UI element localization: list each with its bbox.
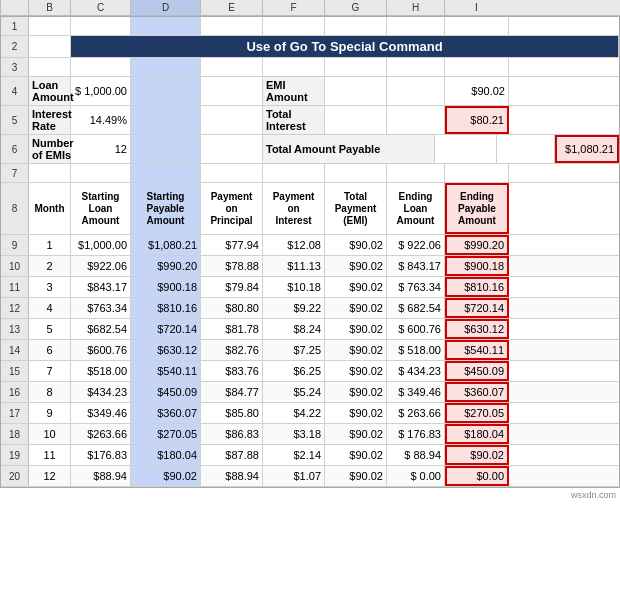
- cell-e5: [201, 106, 263, 134]
- cell-b7: [29, 164, 71, 182]
- cell-sla-4: $763.34: [71, 298, 131, 318]
- cell-sla-2: $922.06: [71, 256, 131, 276]
- cell-ela-4: $ 682.54: [387, 298, 445, 318]
- hdr-sla: Starting Loan Amount: [71, 183, 131, 234]
- row-num-16: 16: [1, 382, 29, 402]
- row-16: 16 8 $434.23 $450.09 $84.77 $5.24 $90.02…: [1, 382, 619, 403]
- cell-c1: [71, 17, 131, 35]
- row-num-6: 6: [1, 135, 29, 163]
- cell-poi-10: $3.18: [263, 424, 325, 444]
- num-emis-value: 12: [71, 135, 131, 163]
- cell-ela-6: $ 518.00: [387, 340, 445, 360]
- row-8: 8 Month Starting Loan Amount Starting Pa…: [1, 183, 619, 235]
- cell-poi-11: $2.14: [263, 445, 325, 465]
- cell-d4: [131, 77, 201, 105]
- cell-spa-5: $720.14: [131, 319, 201, 339]
- cell-spa-8: $450.09: [131, 382, 201, 402]
- cell-sla-10: $263.66: [71, 424, 131, 444]
- cell-b2: [29, 36, 71, 57]
- cell-epa-3: $810.16: [445, 277, 509, 297]
- cell-epa-10: $180.04: [445, 424, 509, 444]
- cell-spa-6: $630.12: [131, 340, 201, 360]
- cell-pop-10: $86.83: [201, 424, 263, 444]
- cell-spa-4: $810.16: [131, 298, 201, 318]
- cell-emi-9: $90.02: [325, 403, 387, 423]
- cell-sla-3: $843.17: [71, 277, 131, 297]
- cell-poi-2: $11.13: [263, 256, 325, 276]
- cell-g1: [325, 17, 387, 35]
- cell-pop-11: $87.88: [201, 445, 263, 465]
- row-13: 13 5 $682.54 $720.14 $81.78 $8.24 $90.02…: [1, 319, 619, 340]
- interest-rate-value: 14.49%: [71, 106, 131, 134]
- hdr-epa: Ending Payable Amount: [445, 183, 509, 234]
- hdr-ela: Ending Loan Amount: [387, 183, 445, 234]
- cell-i7: [445, 164, 509, 182]
- cell-month-12: 12: [29, 466, 71, 486]
- loan-amount-value: $ 1,000.00: [71, 77, 131, 105]
- row-19: 19 11 $176.83 $180.04 $87.88 $2.14 $90.0…: [1, 445, 619, 466]
- cell-ela-12: $ 0.00: [387, 466, 445, 486]
- cell-ela-2: $ 843.17: [387, 256, 445, 276]
- row-num-14: 14: [1, 340, 29, 360]
- corner-cell: [0, 0, 28, 15]
- cell-emi-5: $90.02: [325, 319, 387, 339]
- watermark: wsxdn.com: [0, 488, 620, 502]
- loan-amount-label: Loan Amount: [29, 77, 71, 105]
- cell-poi-12: $1.07: [263, 466, 325, 486]
- row-1: 1: [1, 17, 619, 36]
- row-num-18: 18: [1, 424, 29, 444]
- cell-pop-7: $83.76: [201, 361, 263, 381]
- cell-epa-11: $90.02: [445, 445, 509, 465]
- cell-ela-10: $ 176.83: [387, 424, 445, 444]
- cell-b1: [29, 17, 71, 35]
- cell-poi-3: $10.18: [263, 277, 325, 297]
- cell-month-6: 6: [29, 340, 71, 360]
- cell-month-8: 8: [29, 382, 71, 402]
- cell-epa-4: $720.14: [445, 298, 509, 318]
- cell-ela-1: $ 922.06: [387, 235, 445, 255]
- cell-emi-11: $90.02: [325, 445, 387, 465]
- row-num-4: 4: [1, 77, 29, 105]
- row-9: 9 1 $1,000.00 $1,080.21 $77.94 $12.08 $9…: [1, 235, 619, 256]
- cell-pop-2: $78.88: [201, 256, 263, 276]
- cell-pop-5: $81.78: [201, 319, 263, 339]
- cell-poi-9: $4.22: [263, 403, 325, 423]
- cell-sla-5: $682.54: [71, 319, 131, 339]
- row-num-15: 15: [1, 361, 29, 381]
- cell-spa-12: $90.02: [131, 466, 201, 486]
- row-18: 18 10 $263.66 $270.05 $86.83 $3.18 $90.0…: [1, 424, 619, 445]
- row-num-11: 11: [1, 277, 29, 297]
- cell-g5: [325, 106, 387, 134]
- cell-pop-1: $77.94: [201, 235, 263, 255]
- cell-pop-12: $88.94: [201, 466, 263, 486]
- cell-sla-6: $600.76: [71, 340, 131, 360]
- spreadsheet: B C D E F G H I 1 2 Use of Go To Special: [0, 0, 620, 502]
- row-num-10: 10: [1, 256, 29, 276]
- cell-d1: [131, 17, 201, 35]
- cell-pop-4: $80.80: [201, 298, 263, 318]
- row-12: 12 4 $763.34 $810.16 $80.80 $9.22 $90.02…: [1, 298, 619, 319]
- column-headers: B C D E F G H I: [0, 0, 620, 16]
- cell-b3: [29, 58, 71, 76]
- cell-epa-2: $900.18: [445, 256, 509, 276]
- hdr-pop: Payment on Principal: [201, 183, 263, 234]
- row-15: 15 7 $518.00 $540.11 $83.76 $6.25 $90.02…: [1, 361, 619, 382]
- col-header-d: D: [130, 0, 200, 15]
- row-6: 6 Number of EMIs 12 Total Amount Payable…: [1, 135, 619, 164]
- cell-pop-6: $82.76: [201, 340, 263, 360]
- row-num-5: 5: [1, 106, 29, 134]
- cell-d5: [131, 106, 201, 134]
- total-interest-value: $80.21: [445, 106, 509, 134]
- col-header-e: E: [200, 0, 262, 15]
- cell-month-5: 5: [29, 319, 71, 339]
- row-7: 7: [1, 164, 619, 183]
- num-emis-label: Number of EMIs: [29, 135, 71, 163]
- cell-g4: [325, 77, 387, 105]
- cell-emi-7: $90.02: [325, 361, 387, 381]
- total-payable-label: Total Amount Payable: [263, 135, 435, 163]
- total-payable-value: $1,080.21: [555, 135, 619, 163]
- cell-spa-3: $900.18: [131, 277, 201, 297]
- cell-spa-9: $360.07: [131, 403, 201, 423]
- cell-ela-5: $ 600.76: [387, 319, 445, 339]
- cell-c7: [71, 164, 131, 182]
